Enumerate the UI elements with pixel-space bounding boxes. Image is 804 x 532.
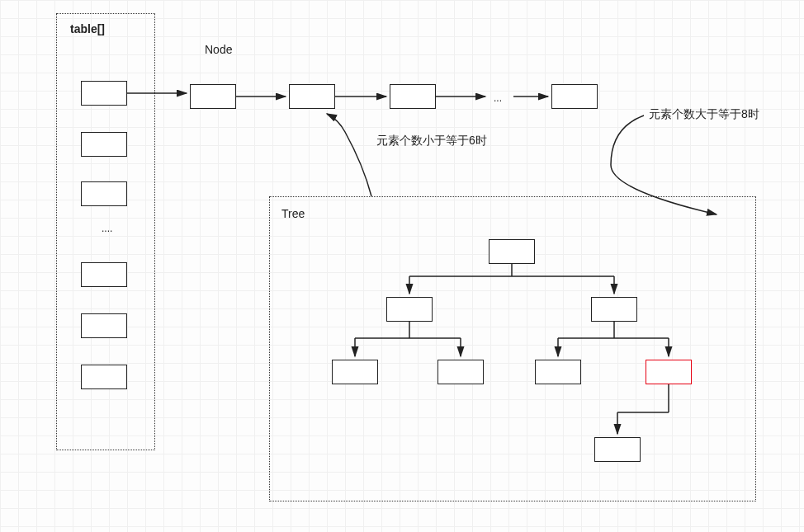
table-slot	[81, 132, 127, 157]
tree-node	[594, 437, 641, 462]
annotation-big: 元素个数大于等于8时	[649, 107, 759, 122]
table-slot	[81, 262, 127, 287]
list-node	[551, 84, 598, 109]
tree-node	[591, 297, 637, 322]
table-slot	[81, 365, 127, 389]
annotation-small: 元素个数小于等于6时	[376, 134, 487, 148]
tree-node	[332, 360, 378, 384]
tree-node	[437, 360, 484, 384]
table-ellipsis: ....	[102, 223, 112, 234]
tree-label: Tree	[281, 207, 305, 220]
list-node	[289, 84, 335, 109]
table-slot	[81, 81, 127, 106]
table-slot	[81, 313, 127, 338]
table-slot	[81, 181, 127, 206]
tree-root	[489, 239, 535, 264]
tree-node	[535, 360, 581, 384]
list-node	[390, 84, 436, 109]
list-ellipsis: ...	[494, 92, 502, 104]
tree-node-red	[646, 360, 692, 384]
table-label: table[]	[70, 22, 105, 35]
tree-node	[386, 297, 433, 322]
node-label: Node	[205, 43, 232, 56]
list-node	[190, 84, 236, 109]
